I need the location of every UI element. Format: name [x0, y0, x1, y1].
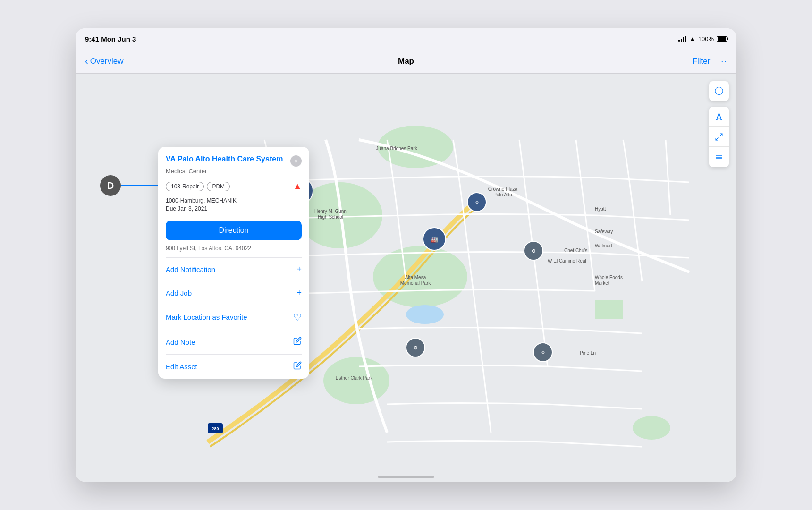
svg-point-7 [406, 305, 444, 324]
navigation-button[interactable] [709, 107, 729, 127]
status-bar: 9:41 Mon Jun 3 ▲ 100% [76, 28, 736, 49]
svg-text:Safeway: Safeway [595, 229, 613, 234]
page-title: Map [398, 57, 414, 66]
d-connector [121, 185, 163, 186]
action-add-job[interactable]: Add Job + [158, 281, 309, 305]
svg-text:⚙: ⚙ [414, 345, 418, 350]
svg-text:High School: High School [318, 214, 343, 220]
tag-repair: 103-Repair [166, 182, 204, 191]
add-notification-label: Add Notification [166, 265, 215, 273]
svg-text:Whole Foods: Whole Foods [595, 275, 623, 280]
popup-subtitle: Medical Center [158, 167, 309, 179]
map-pin-3[interactable]: ⚙ [524, 241, 543, 260]
popup-close-button[interactable]: × [290, 155, 302, 167]
popup-title: VA Palo Alto Health Care System [166, 154, 287, 164]
popup-card: VA Palo Alto Health Care System × Medica… [158, 147, 309, 379]
svg-text:Hyatt: Hyatt [595, 206, 606, 212]
popup-address: 1000-Hamburg, MECHANIK Due Jan 3, 2021 [158, 195, 309, 218]
d-marker: D [100, 175, 121, 196]
popup-tags: 103-Repair PDM ▲ [158, 179, 309, 195]
svg-text:Juana Briones Park: Juana Briones Park [376, 146, 417, 151]
mark-favorite-label: Mark Location as Favorite [166, 313, 247, 321]
wifi-icon: ▲ [689, 35, 695, 42]
svg-text:Walmart: Walmart [595, 243, 612, 248]
svg-text:Esther Clark Park: Esther Clark Park [336, 375, 373, 381]
svg-text:Chef Chu's: Chef Chu's [564, 248, 587, 253]
map-controls-group [709, 107, 729, 167]
status-time: 9:41 Mon Jun 3 [85, 35, 136, 43]
popup-header: VA Palo Alto Health Care System × [158, 147, 309, 167]
svg-text:280: 280 [211, 426, 219, 431]
svg-text:Memorial Park: Memorial Park [400, 280, 431, 286]
direction-button[interactable]: Direction [166, 221, 302, 240]
action-mark-favorite[interactable]: Mark Location as Favorite ♡ [158, 305, 309, 330]
expand-button[interactable] [709, 127, 729, 147]
filter-button[interactable]: Filter [693, 57, 710, 66]
tag-pdm: PDM [207, 182, 230, 191]
svg-text:🏭: 🏭 [431, 236, 438, 243]
svg-text:⚙: ⚙ [532, 248, 536, 254]
svg-text:Henry M. Gunn: Henry M. Gunn [314, 209, 347, 214]
svg-text:⚙: ⚙ [475, 200, 479, 205]
alert-icon: ▲ [293, 181, 302, 191]
svg-text:Alta Mesa: Alta Mesa [405, 275, 426, 280]
edit-icon [293, 361, 302, 372]
heart-icon: ♡ [293, 312, 302, 323]
add-job-icon: + [296, 288, 302, 298]
park-pin[interactable]: 🏭 [423, 228, 446, 250]
action-add-note[interactable]: Add Note [158, 330, 309, 354]
svg-rect-5 [595, 300, 623, 319]
battery-text: 100% [698, 35, 714, 42]
action-edit-asset[interactable]: Edit Asset [158, 355, 309, 379]
add-note-label: Add Note [166, 338, 195, 346]
nav-bar: ‹ Overview Map Filter ··· [76, 49, 736, 74]
edit-asset-label: Edit Asset [166, 363, 197, 371]
layers-button[interactable] [709, 147, 729, 167]
address-line1: 1000-Hamburg, MECHANIK [166, 197, 302, 205]
svg-text:Palo Alto: Palo Alto [493, 192, 512, 197]
add-notification-icon: + [296, 264, 302, 274]
svg-point-6 [633, 416, 670, 440]
svg-line-41 [720, 134, 722, 136]
add-job-label: Add Job [166, 289, 192, 297]
status-icons: ▲ 100% [678, 35, 727, 42]
home-indicator [378, 476, 434, 478]
map-controls: ⓘ [709, 81, 729, 167]
svg-text:⚙: ⚙ [541, 350, 545, 355]
svg-point-4 [323, 357, 389, 404]
popup-street: 900 Lyell St, Los Altos, CA. 94022 [158, 245, 309, 257]
signal-icon [678, 36, 686, 42]
info-button[interactable]: ⓘ [709, 81, 729, 101]
back-label: Overview [90, 57, 124, 66]
svg-text:Market: Market [595, 280, 609, 286]
note-icon [293, 337, 302, 348]
address-line2: Due Jan 3, 2021 [166, 205, 302, 213]
more-button[interactable]: ··· [718, 56, 727, 67]
back-button[interactable]: ‹ Overview [85, 56, 124, 67]
svg-text:Crowne Plaza: Crowne Plaza [488, 187, 518, 192]
battery-icon [717, 36, 727, 42]
svg-line-42 [716, 137, 718, 140]
action-add-notification[interactable]: Add Notification + [158, 258, 309, 281]
back-arrow-icon: ‹ [85, 56, 88, 67]
nav-actions: Filter ··· [693, 56, 727, 67]
d-marker-label: D [107, 180, 114, 191]
map-pin-2[interactable]: ⚙ [467, 193, 486, 212]
svg-text:W El Camino Real: W El Camino Real [548, 258, 586, 264]
main-content: 280 🏥 🏭 ⚙ [76, 74, 736, 482]
device-frame: 9:41 Mon Jun 3 ▲ 100% ‹ Overview Map Fil… [76, 28, 736, 482]
map-pin-4[interactable]: ⚙ [406, 338, 425, 357]
map-pin-5[interactable]: ⚙ [533, 343, 552, 362]
svg-text:Pine Ln: Pine Ln [580, 350, 596, 356]
